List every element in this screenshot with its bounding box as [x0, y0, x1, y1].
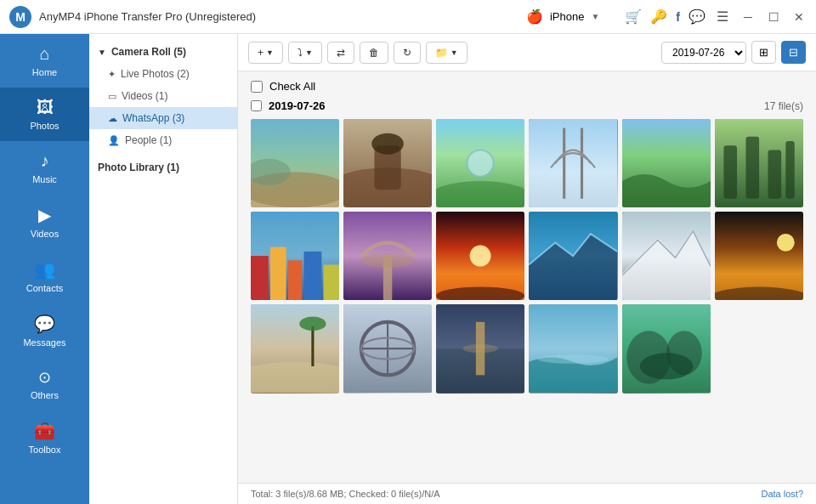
transfer-button[interactable]: ⇄	[327, 42, 354, 64]
sidebar-label-home: Home	[32, 67, 57, 77]
svg-point-40	[299, 317, 326, 331]
photo-cell[interactable]	[715, 119, 803, 207]
photo-library-label: Photo Library (1)	[98, 161, 179, 173]
photo-cell[interactable]	[343, 212, 432, 300]
svg-point-51	[538, 355, 609, 364]
sidebar-item-photos[interactable]: 🖼 Photos	[0, 88, 89, 141]
export-dropdown-arrow: ▼	[305, 48, 313, 57]
photo-cell[interactable]	[529, 304, 617, 393]
sidebar-label-contacts: Contacts	[26, 283, 63, 293]
sidebar-item-toolbox[interactable]: 🧰 Toolbox	[0, 411, 89, 465]
status-total: Total: 3 file(s)/8.68 MB; Checked: 0 fil…	[251, 489, 440, 499]
list-view-icon: ⊟	[789, 46, 798, 59]
titlebar: M AnyMP4 iPhone Transfer Pro (Unregister…	[0, 0, 816, 34]
folder-dropdown-arrow: ▼	[450, 48, 458, 57]
photo-cell[interactable]	[343, 304, 432, 393]
svg-point-31	[470, 246, 491, 267]
videos-tree-label: Videos (1)	[122, 90, 167, 102]
photo-cell[interactable]	[251, 212, 339, 300]
sidebar-label-music: Music	[32, 174, 57, 184]
photo-cell[interactable]	[529, 119, 617, 207]
export-button[interactable]: ⤵ ▼	[288, 42, 322, 64]
tree-videos[interactable]: ▭ Videos (1)	[89, 85, 237, 107]
add-icon: +	[258, 47, 264, 59]
tree-camera-roll[interactable]: ▼ Camera Roll (5)	[89, 41, 237, 63]
svg-rect-26	[323, 265, 339, 301]
photo-grid	[251, 119, 803, 394]
export-icon: ⤵	[298, 47, 303, 59]
date-label-row: 2019-07-26	[251, 99, 326, 112]
data-lost-link[interactable]: Data lost?	[761, 489, 803, 499]
app-logo: M	[8, 5, 32, 29]
collapse-arrow-icon: ▼	[98, 48, 106, 57]
close-button[interactable]: ✕	[790, 8, 808, 25]
minimize-button[interactable]: ─	[740, 8, 756, 25]
apple-icon: 🍎	[526, 8, 543, 25]
refresh-button[interactable]: ↻	[394, 42, 421, 64]
main-layout: ⌂ Home 🖼 Photos ♪ Music ▶ Videos 👥 Conta…	[0, 34, 816, 504]
tree-photo-library[interactable]: Photo Library (1)	[89, 156, 237, 178]
music-icon: ♪	[41, 151, 49, 171]
photo-cell[interactable]	[715, 212, 803, 300]
svg-rect-25	[303, 252, 321, 300]
tree-whatsapp[interactable]: ☁ WhatsApp (3)	[89, 107, 237, 129]
photo-area: Check All 2019-07-26 17 file(s)	[238, 71, 816, 483]
tree-people[interactable]: 👤 People (1)	[89, 129, 237, 151]
device-dropdown-arrow[interactable]: ▼	[591, 12, 599, 21]
cart-icon[interactable]: 🛒	[625, 8, 642, 25]
sidebar-label-messages: Messages	[23, 337, 65, 348]
key-icon[interactable]: 🔑	[650, 8, 667, 25]
folder-button[interactable]: 📁 ▼	[426, 42, 468, 64]
svg-point-36	[777, 234, 795, 252]
svg-point-8	[371, 133, 404, 155]
grid-view-button[interactable]: ⊞	[751, 41, 776, 64]
add-button[interactable]: + ▼	[248, 42, 283, 64]
people-icon: 👤	[108, 135, 120, 146]
photo-cell[interactable]	[436, 304, 524, 393]
add-dropdown-arrow: ▼	[266, 48, 274, 57]
photo-cell[interactable]	[622, 119, 711, 207]
sidebar-label-toolbox: Toolbox	[29, 445, 61, 455]
check-all-checkbox[interactable]	[251, 81, 263, 93]
tree-live-photos[interactable]: ✦ Live Photos (2)	[89, 63, 237, 85]
maximize-button[interactable]: ☐	[765, 8, 782, 25]
date-selector[interactable]: 2019-07-26	[661, 42, 746, 64]
list-view-button[interactable]: ⊟	[781, 41, 806, 64]
sidebar-item-home[interactable]: ⌂ Home	[0, 34, 89, 88]
messages-icon: 💬	[34, 314, 55, 334]
app-title: AnyMP4 iPhone Transfer Pro (Unregistered…	[39, 10, 501, 23]
photo-cell[interactable]	[343, 119, 432, 207]
photo-cell[interactable]	[251, 119, 339, 207]
toolbox-icon: 🧰	[34, 421, 55, 441]
svg-rect-22	[251, 256, 269, 300]
svg-point-10	[436, 181, 524, 207]
sidebar-item-music[interactable]: ♪ Music	[0, 141, 89, 195]
photo-cell[interactable]	[529, 212, 617, 300]
transfer-icon: ⇄	[337, 47, 345, 59]
check-all-row: Check All	[251, 80, 803, 93]
chat-icon[interactable]: 💬	[688, 8, 706, 25]
live-photos-icon: ✦	[108, 69, 116, 80]
menu-icon[interactable]: ☰	[714, 8, 731, 25]
sidebar-item-contacts[interactable]: 👥 Contacts	[0, 249, 89, 303]
statusbar: Total: 3 file(s)/8.68 MB; Checked: 0 fil…	[238, 483, 816, 504]
facebook-icon[interactable]: f	[676, 10, 680, 24]
sidebar-item-videos[interactable]: ▶ Videos	[0, 195, 89, 249]
folder-icon: 📁	[435, 47, 448, 59]
device-selector[interactable]: 🍎 iPhone ▼	[526, 8, 599, 25]
delete-icon: 🗑	[369, 47, 379, 59]
photo-cell[interactable]	[436, 212, 524, 300]
svg-rect-18	[745, 137, 759, 199]
toolbar-right: 2019-07-26 ⊞ ⊟	[661, 41, 806, 64]
svg-rect-19	[768, 150, 781, 198]
photo-cell[interactable]	[622, 304, 711, 393]
date-row: 2019-07-26 17 file(s)	[251, 99, 803, 112]
photo-cell[interactable]	[436, 119, 524, 207]
date-checkbox[interactable]	[251, 100, 262, 111]
sidebar-item-others[interactable]: ⊙ Others	[0, 358, 89, 411]
photo-cell[interactable]	[251, 304, 339, 393]
delete-button[interactable]: 🗑	[360, 42, 388, 64]
svg-rect-23	[270, 247, 286, 300]
photo-cell[interactable]	[622, 212, 711, 300]
sidebar-item-messages[interactable]: 💬 Messages	[0, 303, 89, 358]
